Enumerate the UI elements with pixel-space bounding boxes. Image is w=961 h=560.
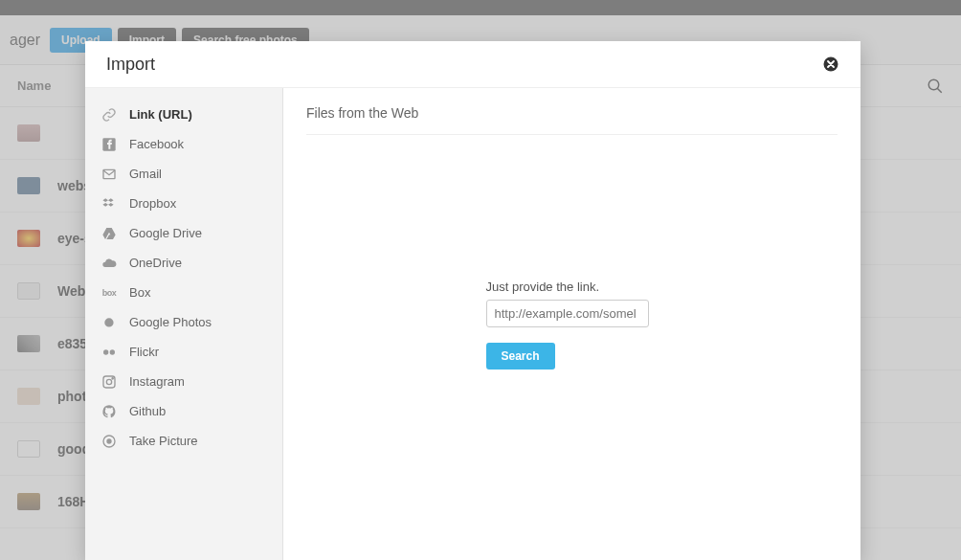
sidebar-item-label: Box xyxy=(129,285,150,300)
sidebar-item-label: Google Photos xyxy=(129,315,212,329)
onedrive-icon xyxy=(101,255,118,272)
close-icon[interactable] xyxy=(822,56,839,73)
google-photos-icon xyxy=(101,314,118,331)
sidebar-item-label: Link (URL) xyxy=(129,107,192,122)
svg-point-8 xyxy=(106,379,111,384)
sidebar-item-take-picture[interactable]: Take Picture xyxy=(95,426,273,456)
url-input[interactable] xyxy=(486,300,649,327)
sidebar-item-label: Github xyxy=(129,404,166,418)
google-drive-icon xyxy=(101,225,118,242)
sidebar-item-onedrive[interactable]: OneDrive xyxy=(95,248,273,278)
sidebar-item-facebook[interactable]: Facebook xyxy=(95,129,273,159)
prompt-text: Just provide the link. xyxy=(486,280,600,294)
sidebar-item-dropbox[interactable]: Dropbox xyxy=(95,189,273,218)
modal-content: Files from the Web Just provide the link… xyxy=(283,88,860,560)
svg-point-11 xyxy=(107,439,111,443)
modal-body: Link (URL) Facebook Gmail xyxy=(85,88,860,560)
sidebar-item-box[interactable]: box Box xyxy=(95,278,273,307)
github-icon xyxy=(101,403,118,420)
sidebar-item-label: Gmail xyxy=(129,167,162,181)
sidebar-item-label: Take Picture xyxy=(129,434,198,448)
facebook-icon xyxy=(101,136,118,153)
sidebar-item-flickr[interactable]: Flickr xyxy=(95,337,273,367)
sidebar-item-label: Google Drive xyxy=(129,226,202,240)
import-source-sidebar: Link (URL) Facebook Gmail xyxy=(85,88,283,560)
content-section-title: Files from the Web xyxy=(306,105,838,135)
sidebar-item-label: Facebook xyxy=(129,137,184,151)
sidebar-item-gmail[interactable]: Gmail xyxy=(95,159,273,189)
sidebar-item-label: Flickr xyxy=(129,345,159,359)
search-button[interactable]: Search xyxy=(486,343,555,370)
gmail-icon xyxy=(101,166,118,183)
import-modal: Import Link (URL) xyxy=(85,41,860,560)
svg-point-9 xyxy=(112,377,113,378)
svg-point-6 xyxy=(110,349,115,354)
sidebar-item-label: Instagram xyxy=(129,374,185,389)
flickr-icon xyxy=(101,344,118,361)
instagram-icon xyxy=(101,373,118,391)
link-icon xyxy=(101,106,118,123)
modal-title: Import xyxy=(106,55,155,75)
sidebar-item-google-drive[interactable]: Google Drive xyxy=(95,218,273,248)
modal-header: Import xyxy=(85,41,860,88)
sidebar-item-instagram[interactable]: Instagram xyxy=(95,367,273,396)
dropbox-icon xyxy=(101,195,118,213)
box-icon: box xyxy=(101,284,118,302)
modal-overlay[interactable]: Import Link (URL) xyxy=(0,0,961,560)
sidebar-item-google-photos[interactable]: Google Photos xyxy=(95,307,273,337)
sidebar-item-github[interactable]: Github xyxy=(95,396,273,426)
camera-icon xyxy=(101,433,118,450)
svg-point-5 xyxy=(103,349,108,354)
link-form: Just provide the link. Search xyxy=(486,280,659,370)
sidebar-item-link-url[interactable]: Link (URL) xyxy=(95,100,273,129)
sidebar-item-label: OneDrive xyxy=(129,256,182,270)
sidebar-item-label: Dropbox xyxy=(129,196,176,211)
